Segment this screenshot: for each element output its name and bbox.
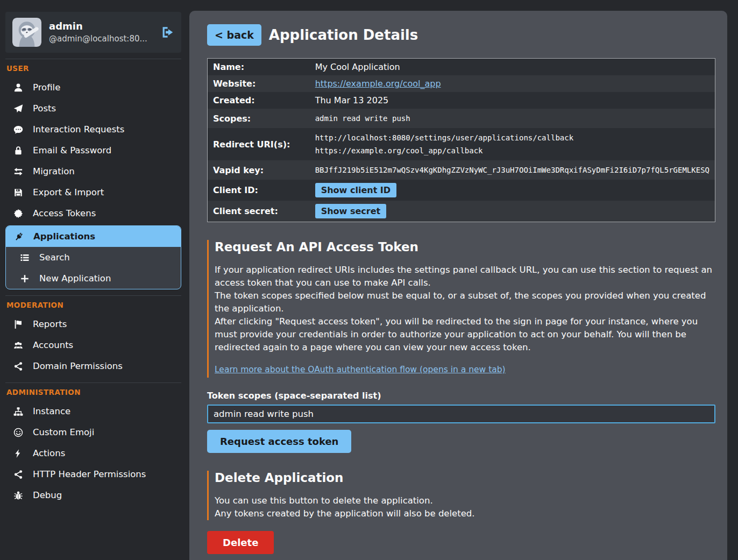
sidebar-item-email-password[interactable]: Email & Password xyxy=(5,140,181,161)
sidebar-item-posts[interactable]: Posts xyxy=(5,98,181,119)
detail-row-client-secret: Client secret: Show secret xyxy=(208,201,715,222)
detail-row-scopes: Scopes: admin read write push xyxy=(208,109,715,128)
sidebar-item-label: Migration xyxy=(33,166,75,176)
detail-row-redirect-uri-s: Redirect URI(s): http://localhost:8080/s… xyxy=(208,128,715,160)
detail-value: My Cool Application xyxy=(315,62,400,72)
sidebar-item-custom-emoji[interactable]: Custom Emoji xyxy=(5,422,181,443)
sidebar-item-profile[interactable]: Profile xyxy=(5,77,181,98)
sidebar-item-export-import[interactable]: Export & Import xyxy=(5,182,181,203)
detail-row-created: Created: Thu Mar 13 2025 xyxy=(208,92,715,109)
sidebar-item-applications[interactable]: Applications xyxy=(6,226,181,247)
sidebar-item-migration[interactable]: Migration xyxy=(5,161,181,182)
delete-button[interactable]: Delete xyxy=(207,531,274,554)
sidebar-item-label: Applications xyxy=(33,231,95,242)
delete-section-title: Delete Application xyxy=(215,471,715,485)
detail-label: Vapid key: xyxy=(208,160,310,180)
request-access-token-button[interactable]: Request access token xyxy=(207,430,351,453)
token-section-paragraph: If your application redirect URIs includ… xyxy=(215,264,715,289)
sidebar-item-label: Custom Emoji xyxy=(33,427,94,437)
share-nodes-icon xyxy=(12,470,24,479)
smile-icon xyxy=(12,428,24,437)
token-section-paragraph: After clicking "Request access token", y… xyxy=(215,315,715,354)
sidebar-item-label: Email & Password xyxy=(33,145,111,155)
app-root: admin @admin@localhost:80... USER Profil… xyxy=(0,0,738,560)
sidebar-item-access-tokens[interactable]: Access Tokens xyxy=(5,203,181,224)
detail-value: admin read write push xyxy=(315,114,410,123)
detail-row-name: Name: My Cool Application xyxy=(208,59,715,76)
sidebar-item-actions[interactable]: Actions xyxy=(5,443,181,464)
token-section-title: Request An API Access Token xyxy=(215,240,715,254)
detail-label: Created: xyxy=(208,92,310,109)
lock-icon xyxy=(12,146,24,155)
token-scopes-label: Token scopes (space-separated list) xyxy=(207,391,715,401)
detail-row-website: Website: https://example.org/cool_app xyxy=(208,75,715,92)
detail-value: Thu Mar 13 2025 xyxy=(315,95,389,105)
sidebar-item-label: Accounts xyxy=(33,340,73,350)
user-handle: @admin@localhost:80... xyxy=(49,34,153,44)
sidebar-item-label: New Application xyxy=(39,273,111,283)
sidebar-item-instance[interactable]: Instance xyxy=(5,401,181,422)
sidebar-item-label: Debug xyxy=(33,490,62,500)
sidebar-section-label: USER xyxy=(6,64,180,73)
transfer-icon xyxy=(12,167,24,176)
sidebar-section-label: MODERATION xyxy=(6,301,180,309)
token-scopes-input[interactable] xyxy=(207,405,715,423)
floppy-icon xyxy=(12,188,24,197)
sidebar-item-domain-permissions[interactable]: Domain Permissions xyxy=(5,356,181,377)
main-panel: < back Application Details Name: My Cool… xyxy=(189,11,727,560)
token-section-paragraph: The token scopes specified below must be… xyxy=(215,289,715,315)
sidebar-item-debug[interactable]: Debug xyxy=(5,485,181,506)
certificate-icon xyxy=(12,209,24,218)
sidebar-item-search[interactable]: Search xyxy=(6,247,181,268)
sidebar-divider xyxy=(5,382,181,383)
sidebar-item-label: Search xyxy=(39,252,70,263)
sidebar-item-http-header-permissions[interactable]: HTTP Header Permissions xyxy=(5,464,181,485)
website-link[interactable]: https://example.org/cool_app xyxy=(315,79,441,89)
sidebar-nav: USER Profile Posts Interaction Requests … xyxy=(5,59,181,506)
sitemap-icon xyxy=(12,407,24,416)
detail-value: http://localhost:8080/settings/user/appl… xyxy=(315,131,709,144)
sloth-avatar xyxy=(12,18,41,47)
token-section-paragraphs: If your application redirect URIs includ… xyxy=(215,264,715,354)
sidebar-group-applications: Applications Search New Application xyxy=(5,225,181,289)
show-secret-button[interactable]: Show secret xyxy=(315,204,387,218)
delete-section-line: You can use this button to delete the ap… xyxy=(215,494,715,507)
application-details-table: Name: My Cool Application Website: https… xyxy=(207,58,715,222)
paper-plane-icon xyxy=(12,104,24,114)
comment-icon xyxy=(12,125,24,134)
list-icon xyxy=(19,253,31,263)
share-nodes-icon xyxy=(12,361,24,371)
delete-section: Delete Application You can use this butt… xyxy=(207,471,715,520)
sidebar-section-label: ADMINISTRATION xyxy=(6,388,180,396)
sidebar-item-label: Actions xyxy=(33,448,65,458)
user-icon xyxy=(12,83,24,93)
plug-icon xyxy=(13,232,25,242)
sidebar-item-reports[interactable]: Reports xyxy=(5,314,181,335)
sidebar-item-label: Posts xyxy=(33,103,56,114)
sign-out-icon[interactable] xyxy=(160,25,174,39)
oauth-docs-link[interactable]: Learn more about the OAuth authenticatio… xyxy=(215,365,506,374)
sidebar-item-label: Access Tokens xyxy=(33,208,96,218)
sidebar-item-label: HTTP Header Permissions xyxy=(33,469,146,479)
user-card[interactable]: admin @admin@localhost:80... xyxy=(5,12,181,53)
sidebar-item-interaction-requests[interactable]: Interaction Requests xyxy=(5,119,181,140)
back-button[interactable]: < back xyxy=(207,24,261,46)
user-name: admin xyxy=(49,21,153,32)
delete-section-lines: You can use this button to delete the ap… xyxy=(215,494,715,520)
detail-label: Website: xyxy=(208,75,310,92)
detail-label: Scopes: xyxy=(208,109,310,128)
sidebar-item-new-application[interactable]: New Application xyxy=(6,268,181,289)
page-title: Application Details xyxy=(269,27,418,43)
bolt-icon xyxy=(12,449,24,458)
detail-label: Redirect URI(s): xyxy=(208,128,310,160)
sidebar-item-label: Interaction Requests xyxy=(33,124,124,134)
sidebar-item-accounts[interactable]: Accounts xyxy=(5,335,181,356)
details-table-body: Name: My Cool Application Website: https… xyxy=(208,59,715,222)
sidebar-item-label: Profile xyxy=(33,82,60,93)
sidebar-item-label: Reports xyxy=(33,319,67,329)
plus-icon xyxy=(19,274,31,283)
show-client-id-button[interactable]: Show client ID xyxy=(315,183,396,197)
delete-section-line: Any tokens created by the application wi… xyxy=(215,507,715,520)
sidebar-item-label: Export & Import xyxy=(33,187,104,197)
token-form: Token scopes (space-separated list) Requ… xyxy=(207,391,715,453)
